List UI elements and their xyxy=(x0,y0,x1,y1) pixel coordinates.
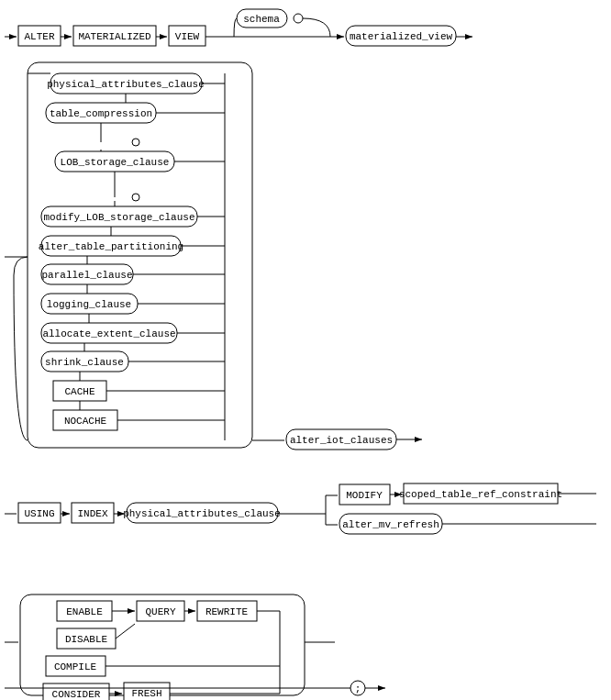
fork-down xyxy=(326,514,338,525)
aec-label: allocate_extent_clause xyxy=(42,328,175,339)
materialized-label: MATERIALIZED xyxy=(78,31,151,42)
lsc-label: LOB_storage_clause xyxy=(61,157,170,168)
pc-label: parallel_clause xyxy=(41,270,132,281)
cache-label: CACHE xyxy=(64,386,94,397)
schema-arc-up xyxy=(234,18,237,37)
lc-label: logging_clause xyxy=(47,299,131,310)
query-label: QUERY xyxy=(145,606,175,617)
view-label: VIEW xyxy=(175,31,200,42)
alter-label: ALTER xyxy=(24,31,54,42)
index-label: INDEX xyxy=(77,508,107,519)
nocache-label: NOCACHE xyxy=(64,416,107,427)
rewrite-label: REWRITE xyxy=(206,606,249,617)
disable-label: DISABLE xyxy=(65,634,108,645)
semicolon-text: ; xyxy=(355,683,361,694)
amr-label: alter_mv_refresh xyxy=(342,519,439,530)
fork-up xyxy=(326,495,338,514)
aic-label: alter_iot_clauses xyxy=(290,435,393,446)
mlob-dot xyxy=(132,194,139,201)
strc-label: scoped_table_ref_constraint xyxy=(399,489,562,500)
lob-dot xyxy=(132,139,139,146)
mv-label: materialized_view xyxy=(350,31,453,42)
outer-loop xyxy=(14,257,28,440)
compile-label: COMPILE xyxy=(54,661,97,672)
schema-arc-down xyxy=(303,18,330,37)
mlsc-label: modify_LOB_storage_clause xyxy=(43,212,194,223)
schema-label: schema xyxy=(243,14,280,25)
fresh-label: FRESH xyxy=(131,688,161,699)
pac2-label: physical_attributes_clause xyxy=(123,508,281,519)
using-label: USING xyxy=(24,508,54,519)
schema-dot xyxy=(294,14,303,23)
modify-label: MODIFY xyxy=(346,490,383,501)
atp-label: alter_table_partitioning xyxy=(39,241,183,252)
pac-label: physical_attributes_clause xyxy=(47,79,205,90)
enable-label: ENABLE xyxy=(66,606,103,617)
sc-label: shrink_clause xyxy=(45,357,124,368)
tc-label: table_compression xyxy=(50,108,152,119)
consider-label: CONSIDER xyxy=(52,689,101,700)
